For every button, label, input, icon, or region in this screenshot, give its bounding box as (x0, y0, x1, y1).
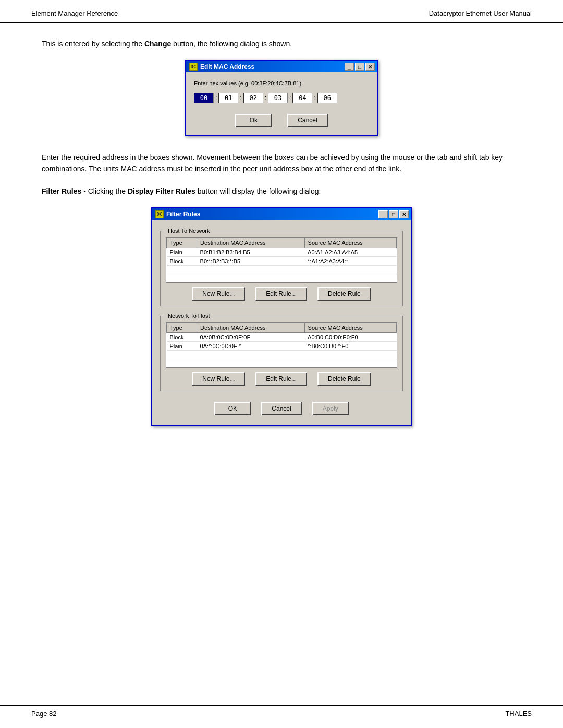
n2h-row1-type: Plain (167, 342, 197, 351)
filter-minimize-button[interactable]: _ (378, 210, 388, 218)
table-row[interactable]: Block B0:*:B2:B3:*:B5 *:A1:A2:A3:A4:* (167, 257, 397, 266)
h2n-row1-dest: B0:*:B2:B3:*:B5 (197, 257, 305, 266)
filter-ok-button[interactable]: OK (214, 402, 251, 415)
h2n-row1-type: Block (167, 257, 197, 266)
mac-field-0[interactable] (194, 93, 214, 103)
filter-cancel-button[interactable]: Cancel (261, 402, 301, 415)
table-row-empty (167, 351, 397, 359)
h2n-row0-type: Plain (167, 248, 197, 257)
mac-sep-3: : (289, 94, 291, 102)
host-to-network-legend: Host To Network (166, 228, 212, 234)
col-type-n2h: Type (167, 323, 197, 333)
col-src-n2h: Source MAC Address (304, 323, 396, 333)
table-row[interactable]: Block 0A:0B:0C:0D:0E:0F A0:B0:C0:D0:E0:F… (167, 333, 397, 342)
mac-field-3[interactable] (268, 93, 288, 103)
h2n-row1-src: *:A1:A2:A3:A4:* (304, 257, 396, 266)
table-row[interactable]: Plain B0:B1:B2:B3:B4:B5 A0:A1:A2:A3:A4:A… (167, 248, 397, 257)
page-footer: Page 82 THALES (0, 705, 563, 718)
host-to-network-table: Type Destination MAC Address Source MAC … (166, 238, 397, 282)
maximize-button[interactable]: □ (355, 63, 364, 71)
page-header: Element Manager Reference Datacryptor Et… (0, 0, 563, 23)
filter-rules-text2: button will display the following dialog… (195, 187, 321, 195)
mac-field-2[interactable] (243, 93, 263, 103)
filter-rules-dialog: DC Filter Rules _ □ ✕ Host To Network (151, 207, 412, 426)
filter-titlebar-left: DC Filter Rules (155, 210, 200, 218)
table-row-empty (167, 266, 397, 274)
table-row-empty (167, 274, 397, 282)
col-type-h2n: Type (167, 238, 197, 248)
mac-dialog-body: Enter hex values (e.g. 00:3F:20:4C:7B:81… (186, 72, 377, 135)
network-to-host-legend: Network To Host (166, 313, 212, 319)
header-left: Element Manager Reference (31, 9, 118, 17)
mac-fields: : : : : : (194, 93, 369, 103)
filter-rules-bold2: Display Filter Rules (128, 187, 195, 195)
network-to-host-table-wrapper: Type Destination MAC Address Source MAC … (166, 322, 397, 368)
filter-rules-text1: - Clicking the (81, 187, 128, 195)
minimize-button[interactable]: _ (345, 63, 354, 71)
footer-left: Page 82 (31, 710, 56, 718)
filter-apply-button[interactable]: Apply (312, 402, 349, 415)
h2n-row0-dest: B0:B1:B2:B3:B4:B5 (197, 248, 305, 257)
network-to-host-header-row: Type Destination MAC Address Source MAC … (167, 323, 397, 333)
h2n-delete-rule-button[interactable]: Delete Rule (317, 287, 371, 301)
n2h-delete-rule-button[interactable]: Delete Rule (317, 372, 371, 386)
filter-dialog-body: Host To Network Type Destination MAC Add… (152, 220, 411, 425)
n2h-edit-rule-button[interactable]: Edit Rule... (255, 372, 307, 386)
n2h-row0-dest: 0A:0B:0C:0D:0E:0F (197, 333, 305, 342)
body-paragraph: Enter the required address in the boxes … (42, 152, 521, 175)
page-content: This is entered by selecting the Change … (0, 23, 563, 473)
intro-paragraph: This is entered by selecting the Change … (42, 39, 521, 50)
intro-bold: Change (144, 40, 171, 48)
filter-close-button[interactable]: ✕ (399, 210, 409, 218)
host-to-network-header-row: Type Destination MAC Address Source MAC … (167, 238, 397, 248)
filter-titlebar-buttons: _ □ ✕ (378, 210, 409, 218)
col-dest-n2h: Destination MAC Address (197, 323, 305, 333)
footer-right: THALES (505, 710, 532, 718)
n2h-row1-src: *:B0:C0:D0:*:F0 (304, 342, 396, 351)
host-to-network-buttons: New Rule... Edit Rule... Delete Rule (166, 287, 397, 301)
mac-field-5[interactable] (317, 93, 337, 103)
h2n-new-rule-button[interactable]: New Rule... (192, 287, 245, 301)
mac-address-dialog: DC Edit MAC Address _ □ ✕ Enter hex valu… (185, 60, 378, 136)
table-row[interactable]: Plain 0A:*:0C:0D:0E:* *:B0:C0:D0:*:F0 (167, 342, 397, 351)
close-button[interactable]: ✕ (365, 63, 375, 71)
titlebar-buttons: _ □ ✕ (345, 63, 375, 71)
network-to-host-table: Type Destination MAC Address Source MAC … (166, 323, 397, 367)
col-dest-h2n: Destination MAC Address (197, 238, 305, 248)
mac-cancel-button[interactable]: Cancel (287, 114, 327, 127)
network-to-host-section: Network To Host Type Destination MAC Add… (160, 313, 403, 391)
filter-dialog-icon: DC (155, 210, 164, 218)
mac-dialog-icon: DC (189, 63, 198, 71)
mac-hint-text: Enter hex values (e.g. 00:3F:20:4C:7B:81… (194, 80, 369, 87)
filter-rules-intro: Filter Rules - Clicking the Display Filt… (42, 186, 521, 197)
filter-dialog-footer: OK Cancel Apply (160, 398, 403, 417)
mac-sep-2: : (265, 94, 266, 102)
mac-field-4[interactable] (292, 93, 312, 103)
filter-maximize-button[interactable]: □ (389, 210, 398, 218)
h2n-row0-src: A0:A1:A2:A3:A4:A5 (304, 248, 396, 257)
mac-dialog-titlebar: DC Edit MAC Address _ □ ✕ (186, 61, 377, 72)
titlebar-left: DC Edit MAC Address (189, 63, 254, 71)
intro-text-after: button, the following dialog is shown. (171, 40, 292, 48)
mac-ok-button[interactable]: Ok (235, 114, 272, 127)
filter-dialog-titlebar: DC Filter Rules _ □ ✕ (152, 208, 411, 220)
mac-dialog-title: Edit MAC Address (200, 63, 254, 70)
mac-sep-4: : (314, 94, 315, 102)
filter-dialog-title: Filter Rules (166, 211, 200, 218)
n2h-new-rule-button[interactable]: New Rule... (192, 372, 245, 386)
host-to-network-section: Host To Network Type Destination MAC Add… (160, 228, 403, 306)
n2h-row1-dest: 0A:*:0C:0D:0E:* (197, 342, 305, 351)
mac-dialog-buttons: Ok Cancel (194, 114, 369, 127)
mac-sep-1: : (240, 94, 241, 102)
mac-sep-0: : (215, 94, 217, 102)
n2h-row0-type: Block (167, 333, 197, 342)
filter-rules-bold1: Filter Rules (42, 187, 81, 195)
mac-field-1[interactable] (218, 93, 238, 103)
network-to-host-buttons: New Rule... Edit Rule... Delete Rule (166, 372, 397, 386)
intro-text-before: This is entered by selecting the (42, 40, 144, 48)
host-to-network-table-wrapper: Type Destination MAC Address Source MAC … (166, 237, 397, 283)
col-src-h2n: Source MAC Address (304, 238, 396, 248)
h2n-edit-rule-button[interactable]: Edit Rule... (255, 287, 307, 301)
table-row-empty (167, 359, 397, 367)
header-right: Datacryptor Ethernet User Manual (429, 9, 532, 17)
